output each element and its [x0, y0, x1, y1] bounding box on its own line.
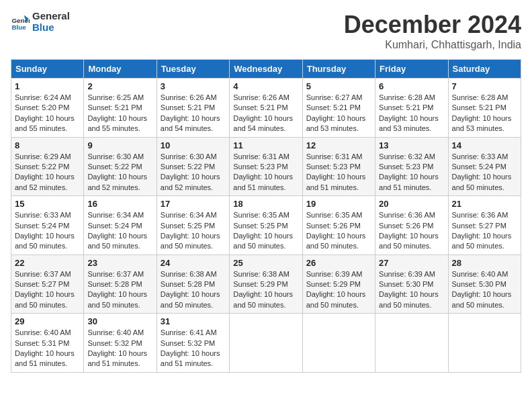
calendar-cell: [375, 314, 448, 373]
day-number: 25: [233, 258, 298, 268]
day-number: 16: [87, 199, 152, 209]
calendar-week-row: 15 Sunrise: 6:33 AM Sunset: 5:24 PM Dayl…: [11, 196, 521, 255]
sunset-label: Sunset: 5:21 PM: [87, 103, 142, 111]
daylight-label: Daylight: 10 hours and 50 minutes.: [379, 232, 439, 250]
day-number: 9: [87, 140, 152, 150]
sunrise-label: Sunrise: 6:31 AM: [306, 152, 363, 161]
daylight-label: Daylight: 10 hours and 53 minutes.: [379, 114, 439, 132]
day-info: Sunrise: 6:33 AM Sunset: 5:24 PM Dayligh…: [452, 152, 517, 193]
daylight-label: Daylight: 10 hours and 50 minutes.: [233, 290, 293, 308]
day-number: 26: [306, 258, 371, 268]
calendar-cell: 22 Sunrise: 6:37 AM Sunset: 5:27 PM Dayl…: [11, 255, 84, 314]
calendar-cell: 12 Sunrise: 6:31 AM Sunset: 5:23 PM Dayl…: [302, 137, 375, 196]
day-info: Sunrise: 6:40 AM Sunset: 5:31 PM Dayligh…: [15, 328, 80, 369]
logo-line1: General: [32, 11, 70, 22]
day-info: Sunrise: 6:41 AM Sunset: 5:32 PM Dayligh…: [161, 328, 226, 369]
calendar-cell: 6 Sunrise: 6:28 AM Sunset: 5:21 PM Dayli…: [375, 79, 448, 138]
daylight-label: Daylight: 10 hours and 53 minutes.: [452, 114, 512, 132]
sunrise-label: Sunrise: 6:29 AM: [15, 152, 71, 161]
daylight-label: Daylight: 10 hours and 52 minutes.: [161, 173, 220, 191]
day-info: Sunrise: 6:39 AM Sunset: 5:30 PM Dayligh…: [379, 269, 444, 311]
sunset-label: Sunset: 5:27 PM: [452, 222, 506, 230]
sunset-label: Sunset: 5:32 PM: [161, 339, 215, 347]
daylight-label: Daylight: 10 hours and 50 minutes.: [379, 290, 439, 308]
sunset-label: Sunset: 5:29 PM: [306, 280, 361, 288]
calendar-cell: 30 Sunrise: 6:40 AM Sunset: 5:32 PM Dayl…: [84, 314, 157, 373]
sunset-label: Sunset: 5:24 PM: [87, 222, 142, 230]
sunrise-label: Sunrise: 6:26 AM: [161, 93, 217, 101]
day-number: 2: [87, 81, 152, 91]
daylight-label: Daylight: 10 hours and 51 minutes.: [15, 349, 75, 367]
day-of-week-header: Saturday: [448, 60, 521, 79]
calendar-week-row: 29 Sunrise: 6:40 AM Sunset: 5:31 PM Dayl…: [11, 314, 521, 373]
day-info: Sunrise: 6:37 AM Sunset: 5:28 PM Dayligh…: [87, 269, 152, 311]
day-info: Sunrise: 6:26 AM Sunset: 5:21 PM Dayligh…: [161, 93, 226, 134]
calendar-cell: [230, 314, 302, 373]
day-number: 28: [452, 258, 517, 268]
daylight-label: Daylight: 10 hours and 52 minutes.: [87, 173, 147, 191]
day-number: 19: [306, 199, 371, 209]
calendar-table: SundayMondayTuesdayWednesdayThursdayFrid…: [11, 59, 521, 373]
day-info: Sunrise: 6:30 AM Sunset: 5:22 PM Dayligh…: [87, 152, 152, 193]
day-of-week-header: Sunday: [11, 60, 84, 79]
day-of-week-header: Tuesday: [157, 60, 229, 79]
daylight-label: Daylight: 10 hours and 55 minutes.: [87, 114, 147, 132]
day-info: Sunrise: 6:40 AM Sunset: 5:32 PM Dayligh…: [87, 328, 152, 369]
day-number: 8: [15, 140, 80, 150]
calendar-cell: 21 Sunrise: 6:36 AM Sunset: 5:27 PM Dayl…: [448, 196, 521, 255]
calendar-cell: 17 Sunrise: 6:34 AM Sunset: 5:25 PM Dayl…: [157, 196, 229, 255]
calendar-cell: 1 Sunrise: 6:24 AM Sunset: 5:20 PM Dayli…: [11, 79, 84, 138]
sunset-label: Sunset: 5:23 PM: [379, 163, 433, 171]
day-info: Sunrise: 6:33 AM Sunset: 5:24 PM Dayligh…: [15, 210, 80, 252]
day-number: 20: [379, 199, 444, 209]
sunrise-label: Sunrise: 6:36 AM: [379, 211, 435, 219]
day-info: Sunrise: 6:31 AM Sunset: 5:23 PM Dayligh…: [233, 152, 298, 193]
day-number: 31: [161, 316, 226, 326]
daylight-label: Daylight: 10 hours and 50 minutes.: [306, 290, 366, 308]
day-of-week-header: Wednesday: [230, 60, 302, 79]
sunset-label: Sunset: 5:27 PM: [15, 280, 69, 288]
day-number: 15: [15, 199, 80, 209]
day-info: Sunrise: 6:32 AM Sunset: 5:23 PM Dayligh…: [379, 152, 444, 193]
sunrise-label: Sunrise: 6:40 AM: [87, 328, 144, 336]
sunset-label: Sunset: 5:25 PM: [161, 222, 215, 230]
sunrise-label: Sunrise: 6:34 AM: [161, 211, 217, 219]
sunset-label: Sunset: 5:25 PM: [233, 222, 287, 230]
day-info: Sunrise: 6:27 AM Sunset: 5:21 PM Dayligh…: [306, 93, 371, 134]
sunrise-label: Sunrise: 6:35 AM: [306, 211, 363, 219]
daylight-label: Daylight: 10 hours and 50 minutes.: [452, 290, 512, 308]
day-info: Sunrise: 6:25 AM Sunset: 5:21 PM Dayligh…: [87, 93, 152, 134]
sunset-label: Sunset: 5:26 PM: [306, 222, 361, 230]
calendar-cell: 28 Sunrise: 6:40 AM Sunset: 5:30 PM Dayl…: [448, 255, 521, 314]
day-info: Sunrise: 6:34 AM Sunset: 5:25 PM Dayligh…: [161, 210, 226, 252]
daylight-label: Daylight: 10 hours and 51 minutes.: [306, 173, 366, 191]
sunset-label: Sunset: 5:30 PM: [452, 280, 506, 288]
sunrise-label: Sunrise: 6:26 AM: [233, 93, 290, 101]
day-info: Sunrise: 6:28 AM Sunset: 5:21 PM Dayligh…: [452, 93, 517, 134]
sunrise-label: Sunrise: 6:33 AM: [452, 152, 508, 161]
day-number: 3: [161, 81, 226, 91]
sunrise-label: Sunrise: 6:39 AM: [306, 270, 363, 278]
calendar-week-row: 8 Sunrise: 6:29 AM Sunset: 5:22 PM Dayli…: [11, 137, 521, 196]
day-number: 1: [15, 81, 80, 91]
sunset-label: Sunset: 5:21 PM: [306, 103, 361, 111]
day-info: Sunrise: 6:35 AM Sunset: 5:26 PM Dayligh…: [306, 210, 371, 252]
day-of-week-header: Friday: [375, 60, 448, 79]
calendar-cell: 20 Sunrise: 6:36 AM Sunset: 5:26 PM Dayl…: [375, 196, 448, 255]
sunrise-label: Sunrise: 6:28 AM: [452, 93, 508, 101]
day-number: 13: [379, 140, 444, 150]
sunrise-label: Sunrise: 6:36 AM: [452, 211, 508, 219]
sunset-label: Sunset: 5:24 PM: [452, 163, 506, 171]
sunset-label: Sunset: 5:32 PM: [87, 339, 142, 347]
sunrise-label: Sunrise: 6:33 AM: [15, 211, 71, 219]
calendar-cell: 26 Sunrise: 6:39 AM Sunset: 5:29 PM Dayl…: [302, 255, 375, 314]
sunrise-label: Sunrise: 6:30 AM: [87, 152, 144, 161]
day-info: Sunrise: 6:38 AM Sunset: 5:28 PM Dayligh…: [161, 269, 226, 311]
day-info: Sunrise: 6:36 AM Sunset: 5:27 PM Dayligh…: [452, 210, 517, 252]
day-info: Sunrise: 6:39 AM Sunset: 5:29 PM Dayligh…: [306, 269, 371, 311]
calendar-cell: 23 Sunrise: 6:37 AM Sunset: 5:28 PM Dayl…: [84, 255, 157, 314]
day-info: Sunrise: 6:36 AM Sunset: 5:26 PM Dayligh…: [379, 210, 444, 252]
sunrise-label: Sunrise: 6:40 AM: [452, 270, 508, 278]
sunset-label: Sunset: 5:31 PM: [15, 339, 69, 347]
day-number: 21: [452, 199, 517, 209]
